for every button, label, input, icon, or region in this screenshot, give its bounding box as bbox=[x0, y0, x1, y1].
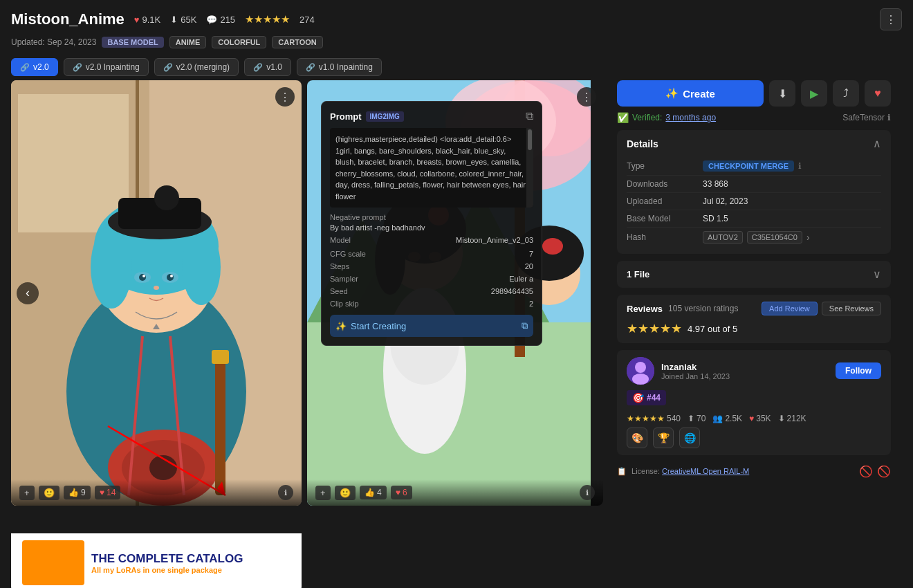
comments-stat: 💬 215 bbox=[206, 15, 235, 25]
stat-likes: ♥ 35K bbox=[749, 414, 771, 423]
downloads-label: Downloads bbox=[627, 179, 703, 189]
heart-button[interactable]: ♥ 14 bbox=[95, 486, 121, 499]
svg-point-7 bbox=[91, 226, 132, 309]
reviews-title: Reviews bbox=[627, 304, 663, 314]
reviews-section: Reviews 105 version ratings Add Review S… bbox=[617, 295, 891, 343]
left-image-more-button[interactable]: ⋮ bbox=[275, 87, 295, 107]
star-icon: ★★★★★ bbox=[627, 414, 665, 423]
tag-cartoon: CARTOON bbox=[272, 36, 322, 48]
svg-point-52 bbox=[542, 238, 563, 255]
tab-v1[interactable]: 🔗 v1.0 bbox=[244, 58, 291, 76]
reviews-left: Reviews 105 version ratings bbox=[627, 304, 738, 314]
left-image-info-button[interactable]: ℹ bbox=[278, 485, 293, 500]
safetensor-badge: SafeTensor ℹ bbox=[842, 113, 891, 122]
run-button[interactable]: ▶ bbox=[801, 80, 827, 107]
prompt-params-grid: CFG scale 7 Steps 20 Sampler Euler a See… bbox=[330, 250, 533, 308]
follow-button[interactable]: Follow bbox=[836, 362, 881, 379]
image-prev-button[interactable]: ‹ bbox=[17, 282, 39, 304]
add-image-button-2[interactable]: + bbox=[315, 486, 331, 500]
create-bar: ✨ Create ⬇ ▶ ⤴ ♥ bbox=[617, 80, 891, 107]
thumbs-up-button[interactable]: 👍 9 bbox=[64, 486, 91, 499]
svg-point-55 bbox=[632, 374, 649, 385]
heart-button-2[interactable]: ♥ 6 bbox=[391, 486, 412, 499]
thumbs-up-button-2[interactable]: 👍 4 bbox=[360, 486, 387, 499]
download-button[interactable]: ⬇ bbox=[769, 80, 795, 107]
prompt-copy-button[interactable]: ⧉ bbox=[526, 110, 533, 122]
user-awards-button[interactable]: 🏆 bbox=[653, 428, 674, 448]
no-derivatives-icon[interactable]: 🚫 bbox=[877, 465, 891, 478]
uploaded-label: Uploaded bbox=[627, 196, 703, 206]
details-collapse-button[interactable]: ∧ bbox=[873, 137, 881, 150]
prompt-scrollbar[interactable] bbox=[526, 128, 533, 208]
download-icon: ⬇ bbox=[170, 15, 178, 25]
rating-score: 4.97 out of 5 bbox=[688, 324, 737, 334]
cfg-value: 7 bbox=[437, 250, 533, 258]
detail-downloads-row: Downloads 33 868 bbox=[627, 176, 881, 193]
type-label: Type bbox=[627, 161, 703, 171]
verified-time-link[interactable]: 3 months ago bbox=[665, 113, 716, 122]
license-icons: 🚫 🚫 bbox=[859, 465, 891, 478]
add-review-button[interactable]: Add Review bbox=[762, 302, 818, 315]
user-portfolio-button[interactable]: 🎨 bbox=[627, 428, 647, 448]
details-header: Details ∧ bbox=[627, 137, 881, 150]
more-options-button[interactable]: ⋮ bbox=[880, 8, 902, 30]
emoji-reaction-button-2[interactable]: 🙂 bbox=[335, 486, 356, 500]
add-image-button[interactable]: + bbox=[19, 486, 35, 500]
svg-point-17 bbox=[170, 275, 173, 277]
tab-v2-inpainting[interactable]: 🔗 v2.0 Inpainting bbox=[64, 58, 149, 76]
seed-label: Seed bbox=[330, 287, 426, 295]
link-icon-3: 🔗 bbox=[163, 63, 173, 72]
tab-v2[interactable]: 🔗 v2.0 bbox=[11, 58, 58, 76]
tab-v2-merging[interactable]: 🔗 v2.0 (merging) bbox=[154, 58, 239, 76]
tab-v1-inpainting[interactable]: 🔗 v1.0 Inpainting bbox=[297, 58, 382, 76]
user-joined: Joined Jan 14, 2023 bbox=[661, 372, 829, 380]
rank-icon: 🎯 bbox=[632, 392, 644, 403]
user-links: 🎨 🏆 🌐 bbox=[627, 428, 881, 448]
right-image-more-button[interactable]: ⋮ bbox=[577, 87, 596, 107]
base-model-label: Base Model bbox=[627, 214, 703, 223]
downloads-value: 33 868 bbox=[703, 179, 728, 189]
file-title: 1 File bbox=[627, 269, 649, 279]
likes-icon: ♥ bbox=[749, 414, 754, 423]
model-title: Mistoon_Anime bbox=[11, 10, 124, 28]
details-section: Details ∧ Type CHECKPOINT MERGE ℹ Downlo… bbox=[617, 130, 891, 254]
no-commercial-icon[interactable]: 🚫 bbox=[859, 465, 873, 478]
catalog-banner: THE COMPLETE CATALOG All my LoRAs in one… bbox=[11, 533, 302, 588]
catalog-orange-box bbox=[22, 540, 84, 585]
create-button[interactable]: ✨ Create bbox=[617, 80, 764, 107]
start-creating-button[interactable]: ✨ Start Creating ⧉ bbox=[330, 315, 533, 337]
see-reviews-button[interactable]: See Reviews bbox=[822, 302, 881, 315]
page-header: Mistoon_Anime ♥ 9.1K ⬇ 65K 💬 215 ★★★★★ 2… bbox=[0, 0, 913, 35]
svg-rect-3 bbox=[18, 94, 129, 232]
svg-point-11 bbox=[154, 185, 179, 210]
checkmark-icon: ✅ bbox=[617, 112, 629, 123]
tag-anime: ANIME bbox=[169, 36, 206, 48]
right-image-info-button[interactable]: ℹ bbox=[580, 485, 595, 500]
hash-value-row: AUTOV2 C35E1054C0 › bbox=[703, 231, 810, 244]
catalog-text: THE COMPLETE CATALOG All my LoRAs in one… bbox=[91, 552, 243, 574]
stat-stars: ★★★★★ 540 bbox=[627, 414, 681, 423]
favorite-button[interactable]: ♥ bbox=[865, 80, 891, 107]
right-image-container: ⋮ Prompt IMG2IMG ⧉ (highres,masterpiece,… bbox=[307, 80, 603, 506]
prompt-text-box: (highres,masterpiece,detailed) <lora:add… bbox=[330, 128, 533, 208]
comment-icon: 💬 bbox=[206, 15, 217, 25]
steps-value: 20 bbox=[437, 262, 533, 270]
image-area: ⋮ ‹ + 🙂 👍 9 ♥ 14 ℹ bbox=[0, 80, 609, 588]
prompt-badge: IMG2IMG bbox=[366, 111, 404, 122]
svg-point-15 bbox=[167, 274, 174, 281]
hash-autov2: AUTOV2 bbox=[703, 231, 743, 244]
verified-badge: ✅ Verified: 3 months ago bbox=[617, 112, 716, 123]
file-expand-button[interactable]: ∨ bbox=[873, 268, 881, 281]
user-website-button[interactable]: 🌐 bbox=[679, 428, 700, 448]
share-icon: ⤴ bbox=[843, 87, 849, 100]
base-model-value: SD 1.5 bbox=[703, 214, 728, 223]
upload-icon: ⬆ bbox=[688, 414, 694, 423]
hash-next-button[interactable]: › bbox=[806, 232, 810, 243]
type-info-icon: ℹ bbox=[798, 161, 802, 171]
svg-point-16 bbox=[142, 275, 145, 277]
emoji-reaction-button[interactable]: 🙂 bbox=[39, 486, 59, 500]
license-link[interactable]: CreativeML Open RAIL-M bbox=[662, 467, 749, 475]
share-button[interactable]: ⤴ bbox=[833, 80, 859, 107]
rank-row: 🎯 #44 bbox=[627, 390, 881, 410]
right-image-actions: + 🙂 👍 4 ♥ 6 bbox=[315, 486, 412, 500]
